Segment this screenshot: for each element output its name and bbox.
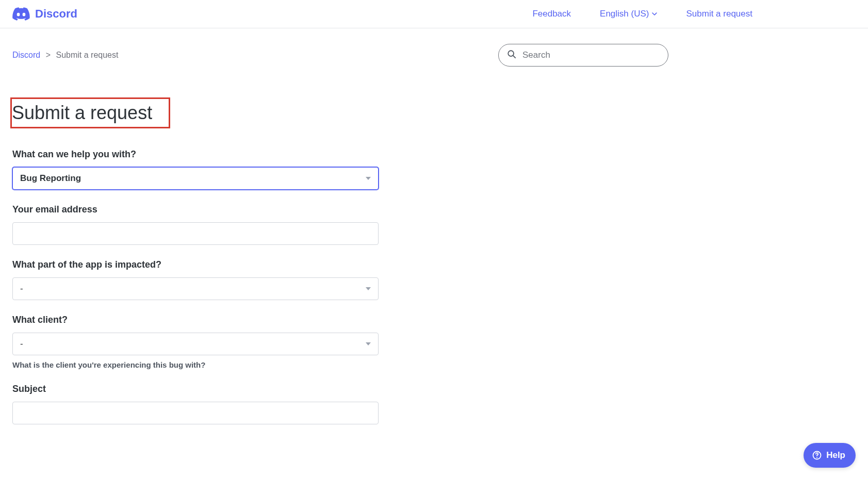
discord-logo-icon xyxy=(12,7,30,21)
field-subject: Subject xyxy=(12,384,379,424)
svg-point-2 xyxy=(508,51,514,56)
svg-line-3 xyxy=(513,56,515,58)
email-input[interactable] xyxy=(20,223,371,244)
subject-input-wrap xyxy=(12,402,379,424)
breadcrumb-root[interactable]: Discord xyxy=(12,51,40,59)
caret-down-icon xyxy=(366,287,371,290)
submit-request-link[interactable]: Submit a request xyxy=(686,9,752,19)
help-with-value: Bug Reporting xyxy=(20,173,81,184)
site-header: Discord Feedback English (US) Submit a r… xyxy=(0,0,868,28)
request-form: What can we help you with? Bug Reporting… xyxy=(12,149,379,424)
brand-name: Discord xyxy=(35,7,77,21)
caret-down-icon xyxy=(366,342,371,345)
feedback-link[interactable]: Feedback xyxy=(532,9,571,19)
field-app-part: What part of the app is impacted? - xyxy=(12,259,379,300)
client-value: - xyxy=(20,339,23,349)
app-part-label: What part of the app is impacted? xyxy=(12,259,379,270)
app-part-select[interactable]: - xyxy=(12,277,379,300)
search-input[interactable] xyxy=(522,50,660,60)
field-client: What client? - What is the client you're… xyxy=(12,315,379,369)
help-label: Help xyxy=(826,450,845,459)
breadcrumb: Discord > Submit a request xyxy=(12,51,118,60)
field-help-with: What can we help you with? Bug Reporting xyxy=(12,149,379,190)
main-content: Discord > Submit a request Submit a requ… xyxy=(0,28,681,459)
language-selector[interactable]: English (US) xyxy=(600,9,657,19)
client-label: What client? xyxy=(12,315,379,325)
header-nav: Feedback English (US) Submit a request xyxy=(532,9,856,19)
top-row: Discord > Submit a request xyxy=(12,44,668,67)
subject-input[interactable] xyxy=(20,402,371,424)
svg-point-5 xyxy=(816,457,817,458)
client-helper: What is the client you're experiencing t… xyxy=(12,360,379,369)
help-with-select[interactable]: Bug Reporting xyxy=(12,167,379,190)
help-widget-button[interactable]: Help xyxy=(804,443,856,459)
breadcrumb-separator: > xyxy=(46,51,51,59)
help-icon xyxy=(812,450,822,459)
caret-down-icon xyxy=(366,177,371,180)
search-box[interactable] xyxy=(498,44,668,67)
chevron-down-icon xyxy=(652,11,657,17)
client-select[interactable]: - xyxy=(12,333,379,355)
email-label: Your email address xyxy=(12,204,379,215)
help-with-label: What can we help you with? xyxy=(12,149,379,160)
subject-label: Subject xyxy=(12,384,379,394)
search-icon xyxy=(507,50,516,61)
field-email: Your email address xyxy=(12,204,379,245)
page-title: Submit a request xyxy=(12,99,158,127)
svg-point-0 xyxy=(17,13,20,17)
language-label: English (US) xyxy=(600,9,649,19)
svg-point-1 xyxy=(23,13,26,17)
app-part-value: - xyxy=(20,284,23,294)
brand-logo[interactable]: Discord xyxy=(12,7,77,21)
breadcrumb-current: Submit a request xyxy=(56,51,118,59)
title-highlight: Submit a request xyxy=(10,97,170,128)
email-input-wrap xyxy=(12,222,379,245)
